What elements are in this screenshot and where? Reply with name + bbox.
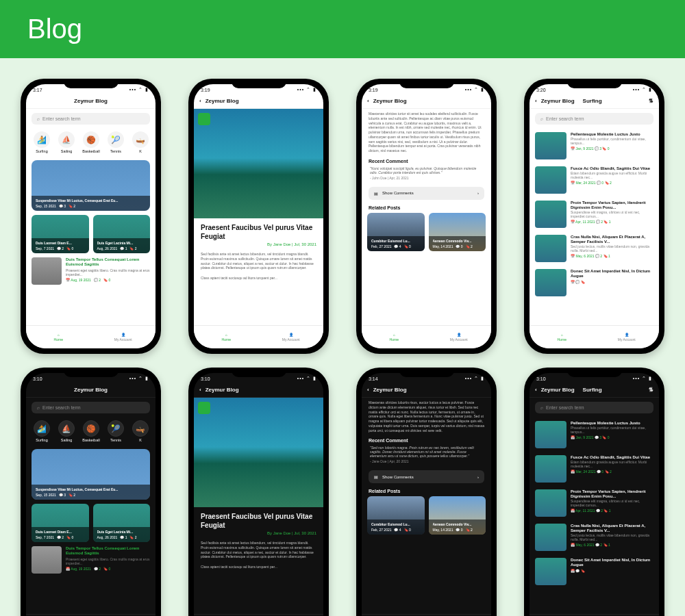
bookmark-button[interactable] [198,402,210,414]
category-chip[interactable]: 🏀Basketball [81,420,101,442]
mockup-article-light: 3:19••• ⌃ ▮ ‹Zeymur Blog Maecenas ultric… [356,79,497,354]
post-card[interactable]: Duis Eget Lacinia Mi...Aug, 26 2021💬 1🔖 … [93,504,151,542]
post-thumbnail [32,546,62,574]
category-list-item[interactable]: Pellentesque Molestie Luctus Justo Phase… [530,418,659,452]
post-list-item[interactable]: Duis Tempor Tellus Consequat Lorem Euism… [26,542,155,578]
tab-home[interactable]: ⌂Home [194,326,259,348]
back-button[interactable]: ‹ [199,98,201,104]
article-title: Praesent Faucibus Vel purus Vitae Feugia… [194,507,323,531]
show-comments-button[interactable]: ▤Show Comments › [369,470,484,483]
category-scroller[interactable]: 🏄Surfing ⛵Sailing 🏀Basketball 🎾Tennis 🛶K [26,129,155,156]
post-title: Fusce Ac Odio Blandit, Sagittis Dui Vita… [571,455,653,460]
featured-post-card[interactable]: Suspendisse Vitae Mi Luctus, Consequat E… [32,449,150,500]
tab-account[interactable]: 👤My Account [259,326,324,348]
related-post-card[interactable]: Aenean Commodo Viv...May, 14 2021💬 0🔖 2 [429,496,486,535]
related-post-card[interactable]: Curabitur Euismod Lu...Feb, 27 2021💬 4🔖 … [367,496,425,535]
category-scroller[interactable]: 🏄Surfing ⛵Sailing 🏀Basketball 🎾Tennis 🛶K [26,418,155,445]
post-card[interactable]: Duis Laoreet Diam E... Sep, 7 2021💬 2🔖 0 [32,215,89,253]
tab-account[interactable]: 👤My Account [427,326,492,348]
post-title: Proin Tempor Varius Sapien, Hendrerit Di… [571,201,653,210]
category-chip[interactable]: 🏄Surfing [32,131,52,153]
search-icon: ⌕ [540,405,543,410]
sort-button[interactable]: ⇅ [649,98,653,104]
search-input[interactable]: ⌕Enter search term [535,402,653,413]
home-icon: ⌂ [225,333,227,337]
basketball-icon: 🏀 [83,131,99,148]
tab-home[interactable]: ⌂Home [362,326,427,348]
sort-button[interactable]: ⇅ [649,387,653,393]
category-chip[interactable]: 🛶K [130,420,151,442]
related-post-card[interactable]: Aenean Commodo Viv...May, 14 2021💬 0🔖 2 [429,213,486,251]
category-title: Surfing [583,98,645,104]
search-icon: ⌕ [37,116,40,121]
post-thumbnail [32,257,62,285]
post-thumbnail [535,201,566,228]
show-comments-button[interactable]: ▤Show Comments › [369,187,484,200]
search-icon: ⌕ [540,116,543,121]
page-title: Blog [0,0,685,58]
post-thumbnail [535,524,566,551]
category-chip[interactable]: 🛶K [130,131,151,153]
article-body: Maecenas ultricies lobortis risus, aucto… [362,398,491,435]
person-icon: 👤 [121,333,125,337]
screen-title: Zeymur Blog [32,98,150,104]
article-byline: By Jane Doe | Jul, 30 2021 [194,531,323,538]
post-list-item[interactable]: Duis Tempor Tellus Consequat Lorem Euism… [26,253,155,289]
category-list-item[interactable]: Cras Nulla Nisi, Aliquam Et Placerat A, … [530,231,659,266]
search-input[interactable]: ⌕ Enter search term [32,113,150,125]
article-body: Class aptent taciti sociosqu ad litora t… [194,273,323,283]
screen-title: Zeymur Blog [373,387,407,393]
related-post-card[interactable]: Curabitur Euismod Lu...Feb, 27 2021💬 4🔖 … [367,213,425,251]
category-chip[interactable]: 🎾Tennis [105,131,126,153]
bookmark-button[interactable] [198,113,210,125]
chevron-right-icon: › [477,475,479,479]
search-input[interactable]: ⌕Enter search term [535,113,653,125]
tab-home[interactable]: ⌂Home [26,326,91,348]
category-chip[interactable]: ⛵Sailing [56,131,77,153]
category-chip[interactable]: 🏀Basketball [81,131,101,153]
tab-account[interactable]: 👤My Account [91,326,156,348]
back-button[interactable]: ‹ [535,387,537,393]
sailing-icon: ⛵ [58,131,75,148]
post-excerpt: Phasellus ut felis porttitor, condimentu… [571,426,653,434]
article-byline: By Jane Doe | Jul, 30 2021 [194,242,323,249]
home-icon: ⌂ [561,333,563,337]
category-list-item[interactable]: Fusce Ac Odio Blandit, Sagittis Dui Vita… [530,163,659,197]
related-posts-heading: Related Posts [362,486,491,496]
post-excerpt: Sed justo lectus, mollis vitae bibendum … [571,533,653,541]
breadcrumb: Zeymur Blog [541,98,575,104]
post-card[interactable]: Duis Laoreet Diam E...Sep, 7 2021💬 2🔖 0 [32,504,89,542]
back-button[interactable]: ‹ [535,98,537,104]
tab-home[interactable]: ⌂Home [530,326,595,348]
post-thumbnail [535,489,566,517]
comments-icon: ▤ [374,191,378,196]
post-excerpt: Suspendisse elit magna, ultrices ut id e… [571,210,653,218]
post-title: Donec Sit Amet Imperdiet Nisl, In Dictum… [571,558,653,567]
back-button[interactable]: ‹ [199,387,201,393]
category-list-item[interactable]: Cras Nulla Nisi, Aliquam Et Placerat A, … [530,520,659,554]
category-list-item[interactable]: Fusce Ac Odio Blandit, Sagittis Dui Vita… [530,452,659,486]
post-thumbnail [535,269,566,296]
category-list-item[interactable]: Donec Sit Amet Imperdiet Nisl, In Dictum… [530,554,659,589]
back-button[interactable]: ‹ [367,98,369,104]
category-chip[interactable]: 🎾Tennis [105,420,126,442]
back-button[interactable]: ‹ [367,387,369,393]
category-list-item[interactable]: Donec Sit Amet Imperdiet Nisl, In Dictum… [530,266,659,300]
recent-comment-heading: Recent Comment [362,435,491,446]
featured-post-card[interactable]: Suspendisse Vitae Mi Luctus, Consequat E… [32,160,150,211]
search-input[interactable]: ⌕Enter search term [32,402,150,413]
mockup-detail-dark: 3:10••• ⌃ ▮ ‹Zeymur Blog Praesent Faucib… [188,368,329,616]
category-chip[interactable]: ⛵Sailing [56,420,77,442]
post-title: Fusce Ac Odio Blandit, Sagittis Dui Vita… [571,166,653,171]
post-card[interactable]: Duis Eget Lacinia Mi... Aug, 26 2021💬 1🔖… [93,215,151,253]
category-chip[interactable]: 🏄Surfing [32,420,52,442]
tab-account[interactable]: 👤My Account [595,326,660,348]
category-list-item[interactable]: Proin Tempor Varius Sapien, Hendrerit Di… [530,486,659,520]
breadcrumb: Zeymur Blog [541,387,575,393]
post-excerpt: Etiam bibendum gravida augue non efficit… [571,460,653,468]
comment-quote: "Nunc volutpat suscipit ligula, eu pulvi… [362,166,491,175]
category-list-item[interactable]: Pellentesque Molestie Luctus Justo Phase… [530,129,659,163]
category-list-item[interactable]: Proin Tempor Varius Sapien, Hendrerit Di… [530,197,659,231]
post-title: Proin Tempor Varius Sapien, Hendrerit Di… [571,489,653,499]
post-excerpt: Phasellus ut felis porttitor, condimentu… [571,137,653,145]
